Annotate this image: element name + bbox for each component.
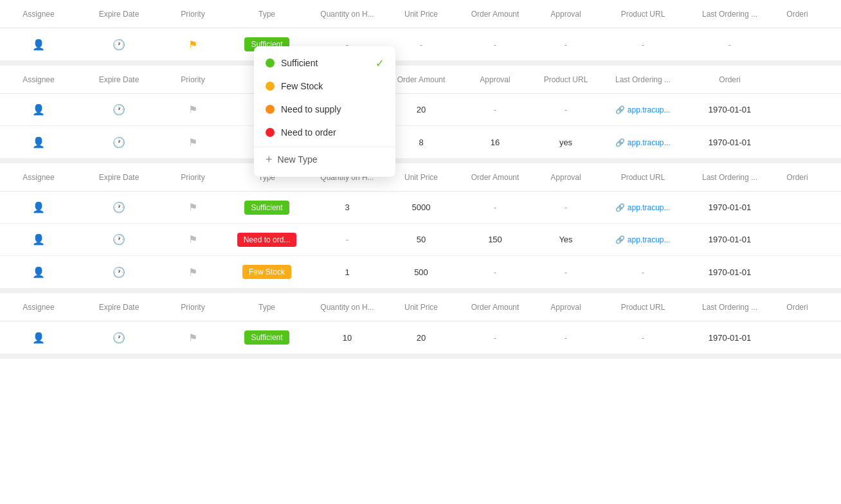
url-cell[interactable]: 🔗 app.tracup... <box>598 235 688 244</box>
order-amt-cell: - <box>457 203 534 212</box>
assignee-cell: 👤 <box>0 332 77 344</box>
table-section-2: Assignee Expire Date Priority Unit Price… <box>0 66 841 163</box>
unit-cell: 50 <box>386 235 457 244</box>
flag-icon: ⚑ <box>188 233 197 246</box>
type-badge[interactable]: Sufficient <box>244 330 289 345</box>
last-order-cell: 1970-01-01 <box>688 333 772 343</box>
type-badge[interactable]: Few Stock <box>242 265 291 279</box>
new-type-label: New Type <box>278 154 318 165</box>
type-cell[interactable]: Sufficient <box>225 330 309 345</box>
clock-icon: 🕐 <box>113 136 125 148</box>
dropdown-item-sufficient[interactable]: Sufficient ✓ <box>254 51 395 75</box>
url-link[interactable]: 🔗 app.tracup... <box>615 105 670 114</box>
dropdown-item-few-stock[interactable]: Few Stock <box>254 75 395 98</box>
approval-cell: - <box>534 333 598 343</box>
approval-cell: - <box>534 40 598 50</box>
user-icon: 👤 <box>32 136 45 148</box>
expire-cell: 🕐 <box>77 266 161 278</box>
table-header-4: Assignee Expire Date Priority Type Quant… <box>0 293 841 321</box>
clock-icon: 🕐 <box>113 233 125 246</box>
assignee-cell: 👤 <box>0 104 77 116</box>
approval-cell: - <box>534 105 598 114</box>
table-header-1: Assignee Expire Date Priority Type Quant… <box>0 0 841 28</box>
table-section-3: Assignee Expire Date Priority Type Quant… <box>0 163 841 293</box>
col-header-last-order-3: Last Ordering ... <box>688 173 772 182</box>
order-amt-cell: - <box>457 105 534 114</box>
dot-icon-need-supply <box>266 105 275 114</box>
user-icon: 👤 <box>32 266 45 278</box>
order-amt-cell: - <box>457 40 534 50</box>
col-header-orderi-3: Orderi <box>772 173 823 182</box>
assignee-cell: 👤 <box>0 39 77 51</box>
type-badge[interactable]: Sufficient <box>244 201 289 215</box>
table-row: 👤 🕐 ⚑ N 20 - - 🔗 app.tracup... 1970-01-0… <box>0 94 841 126</box>
dropdown-item-need-supply[interactable]: Need to supply <box>254 98 395 121</box>
qty-cell: - <box>309 235 386 244</box>
type-cell[interactable]: Sufficient <box>225 201 309 215</box>
url-link[interactable]: 🔗 app.tracup... <box>615 138 670 147</box>
col-header-last-order-4: Last Ordering ... <box>688 303 772 312</box>
last-order-cell: 1970-01-01 <box>688 203 772 212</box>
url-cell[interactable]: 🔗 app.tracup... <box>598 138 688 147</box>
col-header-assignee: Assignee <box>0 10 77 19</box>
user-icon: 👤 <box>32 104 45 116</box>
order-amt-cell: - <box>457 267 534 277</box>
table-header-3: Assignee Expire Date Priority Type Quant… <box>0 163 841 192</box>
col-header-priority-4: Priority <box>161 303 225 312</box>
assignee-cell: 👤 <box>0 201 77 213</box>
table-row: 👤 🕐 ⚑ Sufficient 3 5000 - - 🔗 app.tracup… <box>0 192 841 224</box>
user-icon: 👤 <box>32 332 45 344</box>
col-header-url: Product URL <box>598 10 688 19</box>
url-cell[interactable]: 🔗 app.tracup... <box>598 105 688 114</box>
col-header-url-3: Product URL <box>598 173 688 182</box>
last-order-cell: 1970-01-01 <box>688 105 772 114</box>
unit-cell: 20 <box>386 105 457 114</box>
col-header-priority: Priority <box>161 10 225 19</box>
col-header-order-amt: Order Amount <box>457 10 534 19</box>
unit-cell: 20 <box>386 333 457 343</box>
url-cell[interactable]: 🔗 app.tracup... <box>598 203 688 212</box>
type-badge[interactable]: Need to ord... <box>237 233 297 247</box>
check-icon: ✓ <box>375 57 384 69</box>
last-order-cell: - <box>688 40 772 50</box>
assignee-cell: 👤 <box>0 136 77 148</box>
dropdown-label-need-order: Need to order <box>281 127 336 138</box>
expire-cell: 🕐 <box>77 233 161 246</box>
priority-cell: ⚑ <box>161 136 225 148</box>
dot-icon-few-stock <box>266 82 275 91</box>
dot-icon-need-order <box>266 128 275 137</box>
table-section-1: Assignee Expire Date Priority Type Quant… <box>0 0 841 66</box>
type-cell[interactable]: Need to ord... <box>225 233 309 247</box>
flag-icon: ⚑ <box>188 266 197 278</box>
col-header-assignee-4: Assignee <box>0 303 77 312</box>
priority-cell: ⚑ <box>161 104 225 116</box>
url-link[interactable]: 🔗 app.tracup... <box>615 203 670 212</box>
last-order-cell: 1970-01-01 <box>688 267 772 277</box>
url-link[interactable]: 🔗 app.tracup... <box>615 235 670 244</box>
priority-cell: ⚑ <box>161 266 225 278</box>
qty-cell: 10 <box>309 333 386 343</box>
unit-cell: 5000 <box>386 203 457 212</box>
unit-cell: 8 <box>386 138 457 147</box>
approval-cell: Yes <box>534 235 598 244</box>
col-header-approval-3: Approval <box>534 173 598 182</box>
col-header-approval-4: Approval <box>534 303 598 312</box>
col-header-orderi-4: Orderi <box>772 303 823 312</box>
col-header-order-amt-3: Order Amount <box>457 173 534 182</box>
col-header-priority-3: Priority <box>161 173 225 182</box>
last-order-cell: 1970-01-01 <box>688 138 772 147</box>
table-section-4: Assignee Expire Date Priority Type Quant… <box>0 293 841 359</box>
flag-icon: ⚑ <box>188 201 197 213</box>
plus-icon: + <box>266 154 273 165</box>
type-cell[interactable]: Few Stock <box>225 265 309 279</box>
qty-cell: 1 <box>309 267 386 277</box>
col-header-type: Type <box>225 10 309 19</box>
flag-icon: ⚑ <box>188 104 197 116</box>
table-header-2: Assignee Expire Date Priority Unit Price… <box>0 66 841 94</box>
col-header-expire-4: Expire Date <box>77 303 161 312</box>
dropdown-item-need-order[interactable]: Need to order <box>254 121 395 144</box>
col-header-approval: Approval <box>534 10 598 19</box>
col-header-order-amt-4: Order Amount <box>457 303 534 312</box>
dropdown-item-new-type[interactable]: + New Type <box>254 147 395 172</box>
order-amt-cell: 150 <box>457 235 534 244</box>
